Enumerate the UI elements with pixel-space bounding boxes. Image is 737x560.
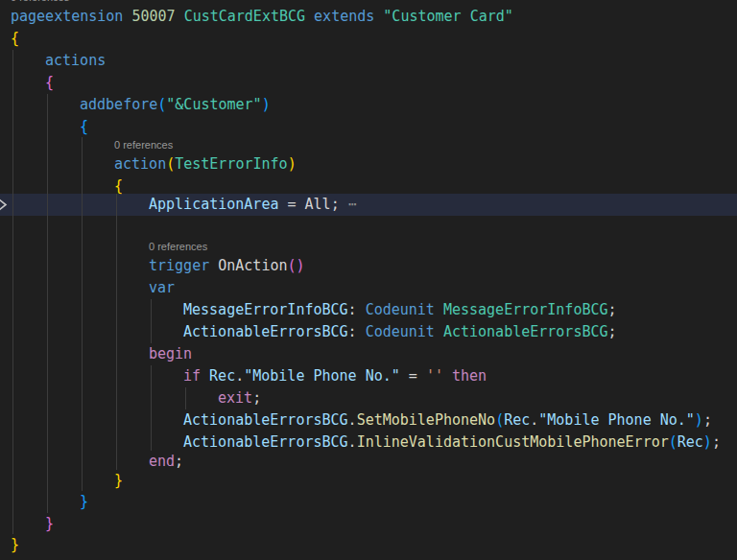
token-plain: ; <box>608 323 617 340</box>
token-kw: Codeunit <box>366 301 443 318</box>
codelens-label[interactable]: 0 references <box>149 239 207 254</box>
token-func: InlineValidationCustMobilePhoneError <box>357 433 669 451</box>
token-str: '' <box>426 367 443 385</box>
token-b3: { <box>80 118 88 135</box>
token-var: ActionableErrorsBCG <box>183 433 348 451</box>
token-b1: } <box>114 472 123 489</box>
token-plain: ; <box>608 301 617 318</box>
code-line[interactable]: ActionableErrorsBCG.InlineValidationCust… <box>183 432 721 454</box>
token-type: ActionableErrorsBCG <box>443 323 608 340</box>
code-line[interactable]: } <box>45 513 54 535</box>
token-plain: : <box>348 323 366 340</box>
token-plain: = <box>278 196 304 213</box>
token-plain: = <box>400 367 426 385</box>
current-line-highlight <box>0 194 737 216</box>
code-line[interactable]: { <box>11 28 19 50</box>
token-b3: ( <box>157 96 166 113</box>
token-b3: ( <box>669 433 678 451</box>
code-line[interactable]: action(TestErrorInfo) <box>114 153 297 175</box>
code-line[interactable]: } <box>11 534 19 556</box>
indent-guide <box>47 94 48 513</box>
token-plain: : <box>348 301 366 318</box>
indent-guide <box>151 365 152 451</box>
token-b2: ( <box>288 257 297 274</box>
code-line[interactable]: exit; <box>218 387 261 409</box>
code-line[interactable]: } <box>80 491 88 513</box>
token-var: Rec <box>209 367 235 385</box>
token-ctrl: end <box>149 453 175 470</box>
token-var: Rec <box>678 433 703 451</box>
token-b3: ) <box>695 411 703 429</box>
token-b2: } <box>45 515 54 532</box>
token-b1: } <box>11 536 19 553</box>
code-line[interactable]: } <box>114 470 123 492</box>
code-line[interactable]: { <box>80 116 88 138</box>
token-b1: ) <box>288 155 297 173</box>
token-kw: trigger <box>149 257 218 274</box>
token-b3: ) <box>262 96 271 113</box>
token-type: MessageErrorInfoBCG <box>443 301 608 318</box>
code-line[interactable]: begin <box>149 343 192 365</box>
token-var: MessageErrorInfoBCG <box>183 301 348 318</box>
code-line[interactable]: MessageErrorInfoBCG: Codeunit MessageErr… <box>183 299 617 321</box>
token-b3: ) <box>703 433 712 451</box>
token-func: SetMobilePhoneNo <box>357 411 496 429</box>
indent-guide <box>116 194 117 470</box>
token-b1: { <box>11 30 19 47</box>
code-line[interactable]: pageextension 50007 CustCardExtBCG exten… <box>11 6 513 28</box>
code-line[interactable]: var <box>149 277 175 299</box>
token-kw: extends <box>314 8 383 25</box>
token-plain: . <box>348 433 357 451</box>
token-plain: . <box>348 411 357 429</box>
code-line[interactable]: addbefore("&Customer") <box>80 94 271 116</box>
token-plain: ; <box>331 196 340 213</box>
token-kw: actions <box>45 52 106 69</box>
token-plain: OnAction <box>218 257 287 274</box>
token-plain: ; <box>252 389 261 407</box>
codelens-label[interactable]: 0 references <box>11 0 69 5</box>
folded-code-ellipsis[interactable]: ⋯ <box>340 196 357 213</box>
token-kw: action <box>114 155 166 173</box>
codelens-label[interactable]: 0 references <box>114 137 173 152</box>
code-editor[interactable]: 0 referencespageextension 50007 CustCard… <box>0 0 737 560</box>
token-ctrl: begin <box>149 345 192 362</box>
token-plain: ; <box>703 411 712 429</box>
token-ctrl: then <box>443 367 487 385</box>
token-plain: ; <box>175 453 183 470</box>
code-line[interactable]: ApplicationArea = All; ⋯ <box>149 194 357 216</box>
token-var: Rec <box>504 411 530 429</box>
token-var: ActionableErrorsBCG <box>183 411 348 429</box>
token-var: "Mobile Phone No." <box>538 411 695 429</box>
code-line[interactable]: if Rec."Mobile Phone No." = '' then <box>183 365 487 387</box>
token-kw: pageextension <box>11 8 131 25</box>
token-plain: ; <box>712 433 721 451</box>
indent-guide <box>185 387 186 409</box>
token-b2: ) <box>297 257 305 274</box>
indent-guide <box>82 137 83 491</box>
token-plain: All <box>305 196 331 213</box>
token-num: 50007 <box>131 8 183 25</box>
token-ctrl: if <box>183 367 209 385</box>
token-var: ActionableErrorsBCG <box>183 323 348 340</box>
token-b2: { <box>45 74 54 91</box>
token-var: ApplicationArea <box>149 196 278 213</box>
code-line[interactable]: actions <box>45 50 106 72</box>
token-plain: . <box>530 411 538 429</box>
token-kw: var <box>149 279 175 296</box>
code-line[interactable]: ActionableErrorsBCG: Codeunit Actionable… <box>183 321 617 343</box>
code-line[interactable]: trigger OnAction() <box>149 255 305 277</box>
code-line[interactable]: { <box>114 175 123 198</box>
token-b1: ( <box>166 155 175 173</box>
code-line[interactable]: { <box>45 72 54 94</box>
token-var: "Mobile Phone No." <box>244 367 400 385</box>
token-kw: Codeunit <box>366 323 443 340</box>
fold-chevron-icon[interactable] <box>0 198 9 212</box>
code-line[interactable]: ActionableErrorsBCG.SetMobilePhoneNo(Rec… <box>183 409 712 432</box>
token-type: TestErrorInfo <box>175 155 287 173</box>
token-b3: ( <box>495 411 504 429</box>
code-line[interactable]: end; <box>149 451 183 473</box>
indent-guide <box>12 50 13 534</box>
token-b3: } <box>80 493 88 510</box>
token-kw: addbefore <box>80 96 157 113</box>
token-type: "&Customer" <box>166 96 261 113</box>
